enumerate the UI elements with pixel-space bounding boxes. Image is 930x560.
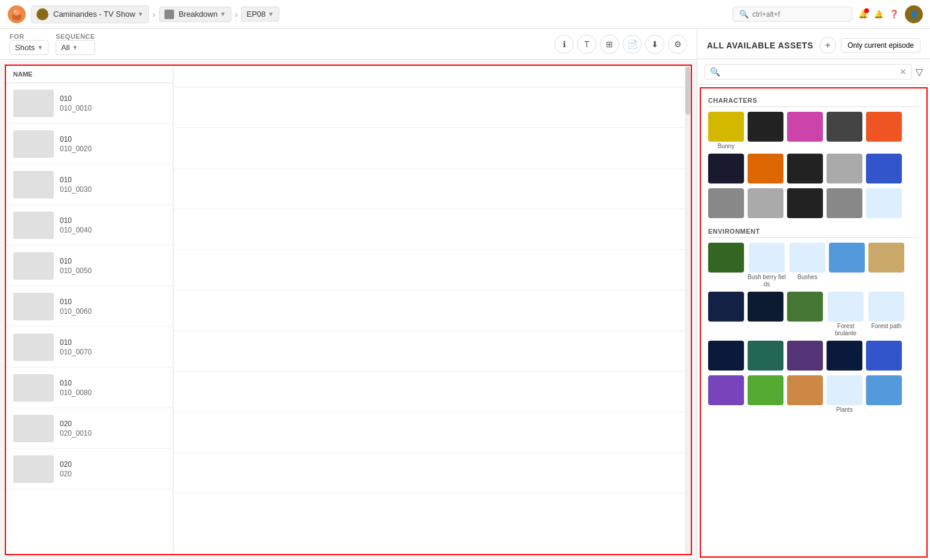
list-item[interactable]: [827, 112, 862, 150]
content-row: [173, 331, 691, 372]
asset-label: Bushes: [797, 274, 817, 281]
search-input[interactable]: [752, 10, 836, 19]
list-item[interactable]: [708, 188, 744, 219]
scrollbar[interactable]: [685, 66, 691, 554]
shot-name: 010_0060: [60, 307, 92, 316]
list-item[interactable]: [787, 341, 823, 372]
download-button[interactable]: ⬇: [645, 35, 664, 54]
list-item[interactable]: [748, 112, 783, 150]
list-item[interactable]: [708, 154, 744, 185]
clear-search-button[interactable]: ✕: [899, 67, 907, 76]
list-item[interactable]: [787, 188, 823, 219]
table-row[interactable]: 020 020_0010: [6, 408, 173, 449]
info-button[interactable]: ℹ: [554, 35, 574, 54]
asset-thumbnail: [748, 341, 783, 371]
shot-thumbnail: [13, 130, 54, 158]
asset-thumbnail: [787, 112, 823, 142]
for-dropdown[interactable]: Shots ▼: [10, 40, 48, 55]
asset-thumbnail: [787, 292, 823, 322]
list-item[interactable]: [866, 341, 902, 372]
breadcrumb-sep-1: ›: [153, 10, 155, 19]
table-row[interactable]: 010 010_0080: [6, 368, 173, 408]
list-item[interactable]: [866, 375, 902, 414]
table-row[interactable]: 010 010_0050: [6, 246, 173, 286]
list-item[interactable]: Plants: [827, 375, 862, 414]
list-item[interactable]: [866, 154, 902, 185]
shot-seq: 020: [60, 460, 72, 469]
table-row[interactable]: 020 020: [6, 449, 173, 489]
table-row[interactable]: 010 010_0020: [6, 124, 173, 164]
notifications-button[interactable]: 🔔: [858, 10, 868, 19]
table-row[interactable]: 010 010_0060: [6, 286, 173, 327]
for-dropdown-chevron: ▼: [37, 44, 43, 51]
settings-button[interactable]: ⚙: [668, 35, 687, 54]
add-asset-button[interactable]: +: [819, 37, 836, 54]
avatar[interactable]: 👤: [905, 5, 923, 23]
shot-info: 010 010_0080: [60, 379, 92, 397]
table-row[interactable]: 010 010_0040: [6, 205, 173, 246]
shot-thumbnail: [13, 374, 54, 402]
sequence-dropdown[interactable]: All ▼: [56, 40, 95, 55]
list-item[interactable]: [787, 292, 823, 337]
list-item[interactable]: [748, 375, 783, 414]
section-breadcrumb[interactable]: Breakdown ▼: [159, 7, 231, 22]
left-panel: FOR Shots ▼ SEQUENCE All ▼ ℹ T ⊞: [0, 29, 697, 560]
app-logo[interactable]: [7, 5, 26, 24]
asset-thumbnail: [708, 341, 744, 371]
assets-search-input[interactable]: [724, 68, 896, 76]
list-item[interactable]: [866, 112, 902, 150]
list-item[interactable]: Forest brulante: [827, 292, 865, 337]
doc-button[interactable]: 📄: [623, 35, 642, 54]
shot-seq: 010: [60, 298, 92, 306]
text-button[interactable]: T: [577, 35, 596, 54]
table-row[interactable]: 010 010_0030: [6, 164, 173, 205]
shot-thumbnail: [13, 455, 54, 483]
sequence-dropdown-chevron: ▼: [72, 44, 78, 51]
asset-label: Forest brulante: [827, 323, 865, 337]
list-item[interactable]: Bush berry fiel ds: [748, 243, 786, 288]
list-item[interactable]: [708, 292, 744, 337]
asset-thumbnail: [866, 154, 902, 183]
alerts-button[interactable]: 🔔: [874, 10, 883, 19]
list-item[interactable]: [827, 154, 862, 185]
grid-button[interactable]: ⊞: [600, 35, 619, 54]
table-name-column: NAME 010 010_0010 010 010_0020: [6, 66, 173, 554]
list-item[interactable]: [827, 341, 862, 372]
asset-thumbnail: [708, 112, 744, 142]
global-search[interactable]: 🔍: [733, 7, 852, 22]
assets-header-btns: + Only current episode: [819, 37, 920, 54]
list-item[interactable]: [787, 154, 823, 185]
right-panel: ALL AVAILABLE ASSETS + Only current epis…: [697, 29, 930, 560]
list-item[interactable]: [708, 375, 744, 414]
list-item[interactable]: [866, 188, 902, 219]
list-item[interactable]: Bushes: [789, 243, 825, 288]
list-item[interactable]: [868, 243, 904, 288]
list-item[interactable]: [787, 112, 823, 150]
main-content: FOR Shots ▼ SEQUENCE All ▼ ℹ T ⊞: [0, 29, 930, 560]
list-item[interactable]: Forest path: [868, 292, 904, 337]
asset-label: Plants: [836, 406, 853, 414]
topbar-right: 🔍 🔔 🔔 ❓ 👤: [733, 5, 923, 23]
list-item[interactable]: [748, 341, 783, 372]
list-item[interactable]: [829, 243, 865, 288]
table-row[interactable]: 010 010_0070: [6, 327, 173, 368]
table-row[interactable]: 010 010_0010: [6, 83, 173, 124]
list-item[interactable]: [748, 292, 783, 337]
episode-breadcrumb[interactable]: EP08 ▼: [241, 7, 279, 22]
filter-button[interactable]: ▽: [916, 66, 923, 78]
shot-info: 010 010_0070: [60, 338, 92, 356]
asset-thumbnail: [708, 188, 744, 218]
list-item[interactable]: [748, 188, 783, 219]
list-item[interactable]: [708, 243, 744, 288]
list-item[interactable]: Bunny: [708, 112, 744, 150]
list-item[interactable]: [748, 154, 783, 185]
list-item[interactable]: [708, 341, 744, 372]
only-episode-button[interactable]: Only current episode: [841, 38, 920, 53]
chevron-down-icon: ▼: [138, 11, 144, 17]
list-item[interactable]: [787, 375, 823, 414]
content-row: [173, 250, 691, 290]
list-item[interactable]: [827, 188, 862, 219]
asset-thumbnail: [827, 154, 862, 183]
project-breadcrumb[interactable]: Caminandes - TV Show ▼: [31, 5, 149, 23]
help-button[interactable]: ❓: [889, 10, 899, 19]
